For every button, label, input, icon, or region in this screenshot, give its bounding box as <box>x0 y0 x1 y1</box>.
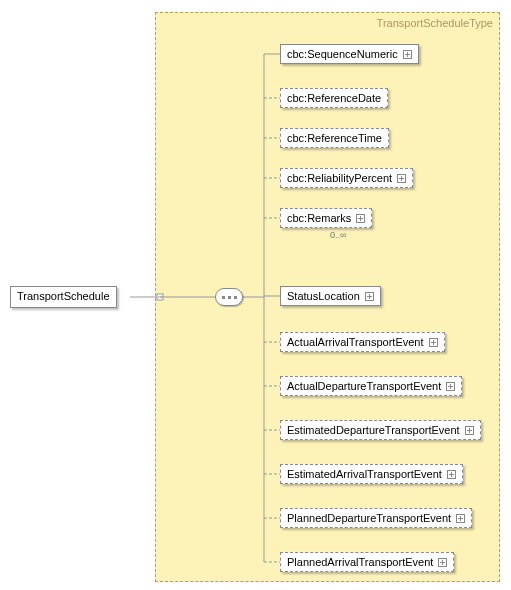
child-element[interactable]: ActualArrivalTransportEvent <box>280 332 445 352</box>
child-element-label: EstimatedDepartureTransportEvent <box>287 424 460 436</box>
expand-icon[interactable] <box>447 470 456 479</box>
child-element[interactable]: EstimatedArrivalTransportEvent <box>280 464 463 484</box>
expand-icon[interactable] <box>438 558 447 567</box>
expand-icon[interactable] <box>465 426 474 435</box>
child-element-label: cbc:ReferenceDate <box>287 92 381 104</box>
child-element-label: cbc:ReliabilityPercent <box>287 172 392 184</box>
child-element-label: cbc:SequenceNumeric <box>287 48 398 60</box>
child-element-label: StatusLocation <box>287 290 360 302</box>
child-element[interactable]: EstimatedDepartureTransportEvent <box>280 420 481 440</box>
child-element-label: PlannedArrivalTransportEvent <box>287 556 433 568</box>
expand-icon[interactable] <box>446 382 455 391</box>
root-element[interactable]: TransportSchedule <box>10 286 117 308</box>
child-element-label: cbc:ReferenceTime <box>287 132 382 144</box>
expand-icon[interactable] <box>356 214 365 223</box>
cardinality-label: 0..∞ <box>330 230 346 240</box>
type-label: TransportScheduleType <box>377 17 493 29</box>
child-element[interactable]: cbc:SequenceNumeric <box>280 44 419 64</box>
child-element-label: PlannedDepartureTransportEvent <box>287 512 451 524</box>
child-element[interactable]: StatusLocation <box>280 286 381 306</box>
sequence-compositor[interactable] <box>215 288 243 306</box>
child-element[interactable]: PlannedArrivalTransportEvent <box>280 552 454 572</box>
child-element-label: EstimatedArrivalTransportEvent <box>287 468 442 480</box>
child-element[interactable]: cbc:ReliabilityPercent <box>280 168 413 188</box>
child-element-label: ActualArrivalTransportEvent <box>287 336 424 348</box>
expand-icon[interactable] <box>365 292 374 301</box>
sequence-icon <box>215 288 243 306</box>
expand-icon[interactable] <box>403 50 412 59</box>
child-element[interactable]: PlannedDepartureTransportEvent <box>280 508 472 528</box>
root-element-label: TransportSchedule <box>17 290 110 302</box>
child-element[interactable]: ActualDepartureTransportEvent <box>280 376 462 396</box>
child-element-label: cbc:Remarks <box>287 212 351 224</box>
child-element[interactable]: cbc:ReferenceTime <box>280 128 389 148</box>
expand-icon[interactable] <box>456 514 465 523</box>
expand-icon[interactable] <box>429 338 438 347</box>
expand-icon[interactable] <box>397 174 406 183</box>
child-element[interactable]: cbc:ReferenceDate <box>280 88 388 108</box>
child-element[interactable]: cbc:Remarks <box>280 208 372 228</box>
child-element-label: ActualDepartureTransportEvent <box>287 380 441 392</box>
